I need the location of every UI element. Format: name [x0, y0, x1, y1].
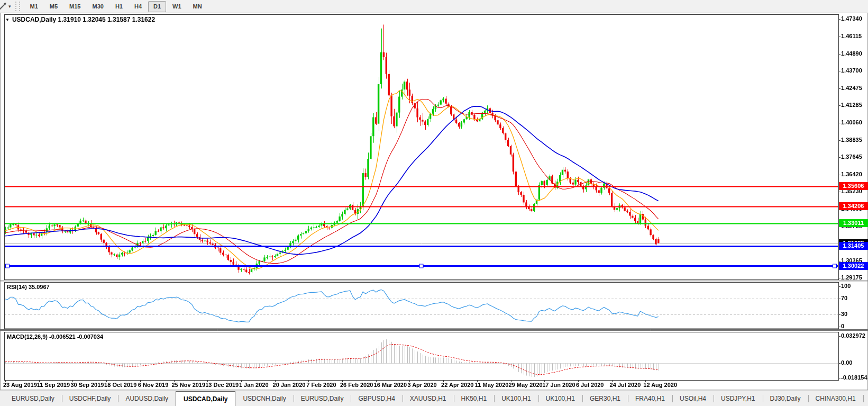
chart-tab-usdcnh-daily[interactable]: USDCNH,Daily — [235, 391, 293, 406]
macd-axis-label: 0.032972 — [841, 332, 867, 340]
hline-price-label[interactable]: 1.30022 — [839, 262, 868, 270]
chart-tab-hk50-h1[interactable]: HK50,H1 — [454, 391, 495, 406]
timeframe-button-m15[interactable]: M15 — [64, 1, 86, 12]
mt4-window: ▾ M1M5M15M30H1H4D1W1MN ▼USDCAD,Daily 1.3… — [0, 0, 868, 406]
chart-tab-ger30-h1[interactable]: GER30,H1 — [582, 391, 628, 406]
chart-tab-fra40-h1[interactable]: FRA40,H1 — [628, 391, 672, 406]
hline-price-label[interactable]: 1.35606 — [839, 182, 868, 190]
price-axis-label: 1.41285 — [841, 102, 867, 110]
price-axis-label: 1.46115 — [841, 33, 867, 41]
price-axis-label: 1.44890 — [841, 50, 867, 58]
timeframe-button-m1[interactable]: M1 — [25, 1, 43, 12]
rsi-axis-label: 0 — [841, 323, 867, 331]
tool-dropdown-caret[interactable]: ▾ — [8, 4, 11, 9]
chart-tabs-bar: EURUSD,DailyUSDCHF,DailyAUDUSD,DailyUSDC… — [0, 390, 868, 406]
date-axis-label: 1 Jan 2020 — [239, 382, 269, 388]
date-axis-label: 3 Apr 2020 — [407, 382, 436, 388]
rsi-axis-label: 30 — [841, 311, 867, 319]
chart-tab-china300-h1[interactable]: CHINA300,H1 — [808, 391, 863, 406]
date-axis-label: 20 Jan 2020 — [273, 382, 306, 388]
chart-tab-gbpusd-h4[interactable]: GBPUSD,H4 — [351, 391, 402, 406]
date-axis-label: 16 Mar 2020 — [374, 382, 407, 388]
chart-tab-uk100-h1[interactable]: UK100,H1 — [538, 391, 582, 406]
chart-window: ▼USDCAD,Daily 1.31910 1.32045 1.31587 1.… — [0, 13, 868, 390]
date-axis-label: 22 Apr 2020 — [441, 382, 473, 388]
chart-tab-usdchf-daily[interactable]: USDCHF,Daily — [62, 391, 118, 406]
date-axis-label: 30 Sep 2019 — [70, 382, 104, 388]
chart-tab-usdcad-daily[interactable]: USDCAD,Daily — [176, 391, 235, 406]
chart-tab-usdjpy-h1[interactable]: USDJPY,H1 — [714, 391, 762, 406]
price-axis-label: 1.37645 — [841, 154, 867, 161]
price-axis-label: 1.42475 — [841, 85, 867, 93]
date-axis-label: 6 Nov 2019 — [138, 382, 168, 388]
date-axis-label: 11 Sep 2019 — [37, 382, 70, 388]
date-axis-label: 11 May 2020 — [475, 382, 509, 388]
date-axis-label: 18 Oct 2019 — [104, 382, 136, 388]
price-axis-label: 1.36420 — [841, 171, 867, 179]
date-axis-label: 7 Feb 2020 — [306, 382, 336, 388]
chart-tab-usoil-h4[interactable]: USOil,H4 — [672, 391, 714, 406]
date-axis-label: 23 Aug 2019 — [3, 382, 37, 388]
price-axis-label: 1.29175 — [841, 274, 867, 282]
macd-label: MACD(12,26,9) -0.006521 -0.007034 — [7, 333, 103, 340]
date-axis-label: 6 Jul 2020 — [576, 382, 604, 388]
chart-tab-audusd-daily[interactable]: AUDUSD,Daily — [118, 391, 176, 406]
timeframe-button-h4[interactable]: H4 — [129, 1, 147, 12]
timeframe-button-mn[interactable]: MN — [188, 1, 207, 12]
date-axis-label: 13 Dec 2019 — [205, 382, 239, 388]
hline-price-label[interactable]: 1.33011 — [839, 219, 868, 227]
timeframe-buttons: M1M5M15M30H1H4D1W1MN — [24, 1, 208, 12]
chart-title: ▼USDCAD,Daily 1.31910 1.32045 1.31587 1.… — [5, 16, 155, 23]
toolbar-grip[interactable] — [15, 2, 20, 11]
rsi-axis-label: 70 — [841, 295, 867, 303]
price-axis-label: 1.38835 — [841, 137, 867, 145]
timeframe-button-m30[interactable]: M30 — [87, 1, 109, 12]
price-axis-label: 1.43700 — [841, 67, 867, 75]
timeframe-button-h1[interactable]: H1 — [110, 1, 128, 12]
date-axis-label: 24 Jul 2020 — [610, 382, 641, 388]
chart-tab-eurusd-daily[interactable]: EURUSD,Daily — [294, 391, 351, 406]
date-axis-label: 29 May 2020 — [509, 382, 543, 388]
macd-axis-label: 0.00 — [841, 359, 867, 367]
macd-axis-label: -0.018154 — [841, 374, 867, 382]
chart-tab-dj30-daily[interactable]: DJ30,Daily — [763, 391, 808, 406]
chart-title-text: USDCAD,Daily 1.31910 1.32045 1.31587 1.3… — [12, 16, 155, 23]
chart-tab-uk100-h1[interactable]: UK100,H1 — [494, 391, 538, 406]
hline-price-label[interactable]: 1.31405 — [839, 242, 868, 250]
draw-tool-icon[interactable] — [0, 2, 7, 11]
date-axis-label: 25 Nov 2019 — [172, 382, 206, 388]
timeframe-button-w1[interactable]: W1 — [167, 1, 187, 12]
chart-tab-xauusd-h1[interactable]: XAUUSD,H1 — [403, 391, 454, 406]
timeframe-button-m5[interactable]: M5 — [44, 1, 63, 12]
rsi-axis-label: 100 — [841, 283, 867, 291]
chart-tab-eurusd-daily[interactable]: EURUSD,Daily — [4, 391, 62, 406]
chart-tab-usoil-h1[interactable]: USOil,H1 — [863, 391, 868, 406]
date-axis-label: 26 Feb 2020 — [340, 382, 373, 388]
price-axis-label: 1.47340 — [841, 15, 867, 23]
top-toolbar: ▾ M1M5M15M30H1H4D1W1MN — [0, 0, 868, 13]
rsi-label: RSI(14) 35.0967 — [7, 284, 50, 290]
chart-canvas[interactable] — [0, 13, 868, 390]
price-axis-label: 1.40060 — [841, 119, 867, 127]
hline-price-label[interactable]: 1.34206 — [839, 202, 868, 210]
date-axis-label: 12 Aug 2020 — [643, 382, 677, 388]
date-axis-label: 17 Jun 2020 — [542, 382, 575, 388]
chart-title-caret[interactable]: ▼ — [5, 17, 10, 22]
timeframe-button-d1[interactable]: D1 — [148, 1, 166, 12]
